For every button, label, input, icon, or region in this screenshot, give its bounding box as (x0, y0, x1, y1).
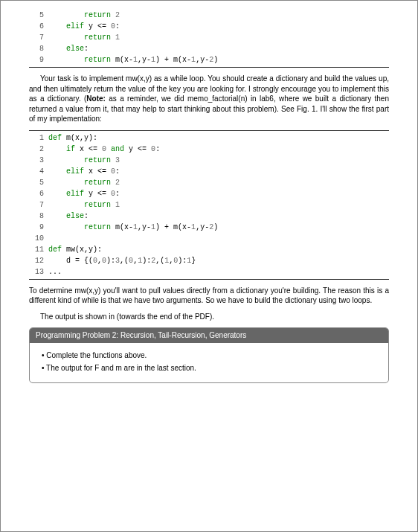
code-row: 6 elif y <= 0: (29, 21, 389, 32)
line-number: 4 (29, 166, 48, 177)
code-line: return m(x-1,y-1) + m(x-1,y-2) (48, 54, 218, 65)
code-row: 8 else: (29, 211, 389, 222)
line-number: 3 (29, 155, 48, 166)
line-number: 7 (29, 32, 48, 43)
line-number: 8 (29, 43, 48, 54)
code-row: 9 return m(x-1,y-1) + m(x-1,y-2) (29, 222, 389, 233)
problem-box: Programming Problem 2: Recursion, Tail-R… (29, 327, 389, 383)
code-line: def mw(x,y): (48, 244, 102, 255)
code-line: else: (48, 43, 89, 54)
line-number: 5 (29, 177, 48, 188)
code-line: return 3 (48, 155, 120, 166)
line-number: 1 (29, 132, 48, 144)
code-row: 8 else: (29, 43, 389, 54)
code-row: 7 return 1 (29, 199, 389, 211)
code-row: 10 (29, 233, 389, 244)
line-number: 2 (29, 144, 48, 155)
problem-header: Programming Problem 2: Recursion, Tail-R… (30, 328, 388, 343)
code-listing-a: 5 return 26 elif y <= 0:7 return 18 else… (29, 10, 389, 68)
code-row: 3 return 3 (29, 155, 389, 166)
code-row: 12 d = {(0,0):3,(0,1):2,(1,0):1} (29, 255, 389, 266)
code-line: d = {(0,0):3,(0,1):2,(1,0):1} (48, 255, 196, 266)
line-number: 13 (29, 266, 48, 278)
line-number: 11 (29, 244, 48, 255)
problem-bullet: Complete the functions above. (42, 350, 381, 361)
line-number: 10 (29, 233, 48, 244)
code-row: 6 elif y <= 0: (29, 188, 389, 199)
code-line: elif y <= 0: (48, 21, 120, 32)
line-number: 7 (29, 199, 48, 211)
code-line: return 1 (48, 199, 120, 211)
code-line: if x <= 0 and y <= 0: (48, 144, 160, 155)
code-row: 5 return 2 (29, 177, 389, 188)
code-line: def m(x,y): (48, 132, 97, 144)
code-row: 11def mw(x,y): (29, 244, 389, 255)
line-number: 5 (29, 10, 48, 21)
document-page: 5 return 26 elif y <= 0:7 return 18 else… (0, 0, 418, 532)
code-line: return m(x-1,y-1) + m(x-1,y-2) (48, 222, 218, 233)
code-row: 5 return 2 (29, 10, 389, 21)
problem-body: Complete the functions above. The output… (30, 343, 388, 382)
problem-bullet: The output for F and m are in the last s… (42, 363, 381, 374)
line-number: 9 (29, 222, 48, 233)
line-number: 6 (29, 21, 48, 32)
line-number: 9 (29, 54, 48, 65)
line-number: 8 (29, 211, 48, 222)
code-line: ... (48, 266, 62, 278)
code-line: else: (48, 211, 89, 222)
paragraph-explain: To determine mw(x,y) you'll want to pull… (29, 286, 389, 306)
code-row: 2 if x <= 0 and y <= 0: (29, 144, 389, 155)
code-row: 4 elif x <= 0: (29, 166, 389, 177)
code-line: return 1 (48, 32, 120, 43)
code-listing-b: 1def m(x,y):2 if x <= 0 and y <= 0:3 ret… (29, 130, 389, 280)
code-line: return 2 (48, 177, 120, 188)
code-line: return 2 (48, 10, 120, 21)
code-row: 9 return m(x-1,y-1) + m(x-1,y-2) (29, 54, 389, 65)
code-row: 1def m(x,y): (29, 132, 389, 144)
para1-note-label: Note: (86, 94, 106, 103)
paragraph-output-note: The output is shown in (towards the end … (29, 312, 389, 322)
paragraph-intro: Your task is to implement mw(x,y) as a w… (29, 74, 389, 124)
code-line: elif y <= 0: (48, 188, 120, 199)
line-number: 6 (29, 188, 48, 199)
code-line: elif x <= 0: (48, 166, 120, 177)
line-number: 12 (29, 255, 48, 266)
code-row: 7 return 1 (29, 32, 389, 43)
code-row: 13... (29, 266, 389, 278)
